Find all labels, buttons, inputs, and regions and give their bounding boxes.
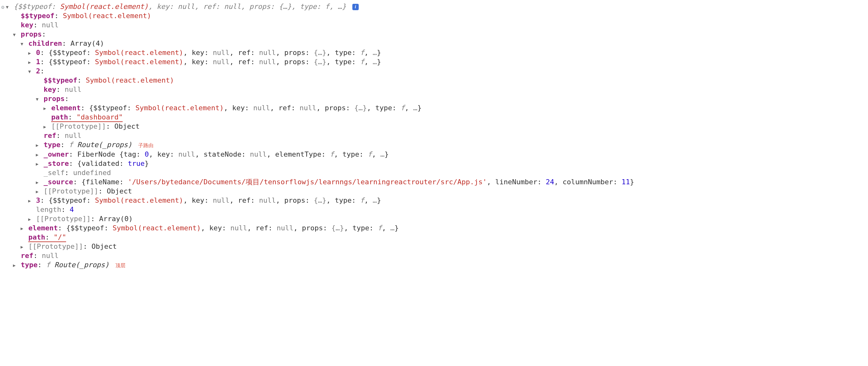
c2-typeof[interactable]: $$typeof: Symbol(react.element) [1,75,868,85]
annotation-toplevel: 顶层 [115,263,125,268]
c2-type[interactable]: ▶ type: f Route(_props) 子路由 [1,140,868,149]
info-icon[interactable]: i [352,4,359,10]
gear-icon: ⚙ [1,4,4,10]
c2-path[interactable]: path: "dashboard" [1,113,868,122]
tree-row-root[interactable]: ⚙▼ {$$typeof: Symbol(react.element), key… [1,2,868,11]
chevron-right-icon[interactable]: ▶ [35,189,39,194]
chevron-right-icon[interactable]: ▶ [42,105,47,111]
chevron-down-icon[interactable]: ▼ [27,69,32,74]
c2-ref[interactable]: ref: null [1,131,868,140]
chevron-down-icon[interactable]: ▼ [35,96,39,102]
children-length[interactable]: length: 4 [1,205,868,214]
chevron-down-icon[interactable]: ▼ [12,32,17,37]
children-1[interactable]: ▶ 1: {$$typeof: Symbol(react.element), k… [1,57,868,66]
chevron-right-icon[interactable]: ▶ [27,59,32,65]
c2-owner[interactable]: ▶ _owner: FiberNode {tag: 0, key: null, … [1,150,868,159]
prop-type[interactable]: ▶ type: f Route(_props) 顶层 [1,260,868,269]
chevron-right-icon[interactable]: ▶ [20,244,24,250]
chevron-right-icon[interactable]: ▶ [27,198,32,204]
children-prototype[interactable]: ▶ [[Prototype]]: Array(0) [1,214,868,223]
chevron-down-icon[interactable]: ▼ [20,41,24,47]
outer-path[interactable]: path: "/" [1,233,868,242]
outer-prototype[interactable]: ▶ [[Prototype]]: Object [1,242,868,251]
c2-source[interactable]: ▶ _source: {fileName: '/Users/bytedance/… [1,177,868,186]
chevron-right-icon[interactable]: ▶ [35,152,39,158]
c2-element[interactable]: ▶ element: {$$typeof: Symbol(react.eleme… [1,103,868,113]
prop-typeof[interactable]: $$typeof: Symbol(react.element) [1,11,868,20]
chevron-down-icon[interactable]: ▼ [5,4,9,10]
prop-props[interactable]: ▼ props: [1,30,868,39]
chevron-right-icon[interactable]: ▶ [27,50,32,56]
outer-element[interactable]: ▶ element: {$$typeof: Symbol(react.eleme… [1,223,868,233]
c2-props[interactable]: ▼ props: [1,94,868,103]
c2-self[interactable]: _self: undefined [1,168,868,177]
prop-key[interactable]: key: null [1,20,868,30]
children-3[interactable]: ▶ 3: {$$typeof: Symbol(react.element), k… [1,196,868,205]
chevron-right-icon[interactable]: ▶ [42,124,47,130]
c2-store[interactable]: ▶ _store: {validated: true} [1,159,868,168]
prop-children[interactable]: ▼ children: Array(4) [1,39,868,48]
chevron-right-icon[interactable]: ▶ [35,180,39,185]
chevron-right-icon[interactable]: ▶ [12,263,17,268]
c2-prototype-outer[interactable]: ▶ [[Prototype]]: Object [1,186,868,196]
prop-ref[interactable]: ref: null [1,251,868,260]
chevron-right-icon[interactable]: ▶ [27,216,32,222]
children-2[interactable]: ▼ 2: [1,66,868,75]
c2-proto[interactable]: ▶ [[Prototype]]: Object [1,122,868,131]
preview-open-brace: { [14,3,18,10]
key-label: $$typeof [21,12,54,20]
c2-key[interactable]: key: null [1,85,868,94]
chevron-right-icon[interactable]: ▶ [20,225,24,231]
chevron-right-icon[interactable]: ▶ [35,161,39,167]
annotation-subroute: 子路由 [138,143,153,148]
children-0[interactable]: ▶ 0: {$$typeof: Symbol(react.element), k… [1,48,868,57]
chevron-right-icon[interactable]: ▶ [35,142,39,148]
